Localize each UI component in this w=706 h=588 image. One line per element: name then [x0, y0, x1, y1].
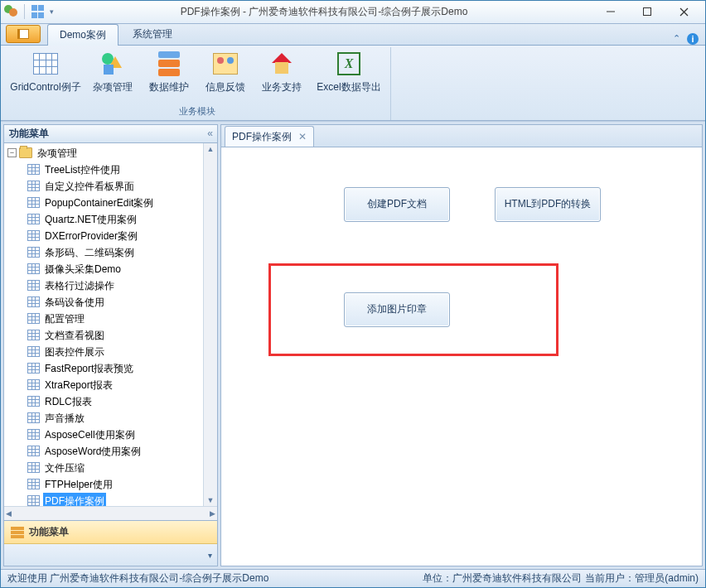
- grid-icon: [27, 313, 40, 324]
- tree-item[interactable]: FTPHelper使用: [27, 476, 217, 493]
- grid-icon: [27, 446, 40, 456]
- workspace: 功能菜单 « − 杂项管理 TreeList控件使用自定义控件看板界面Popup…: [1, 121, 705, 569]
- tree-item[interactable]: 文件压缩: [27, 460, 217, 476]
- ribbon-tab-system[interactable]: 系统管理: [120, 23, 185, 45]
- tree-item[interactable]: XtraReport报表: [27, 377, 217, 393]
- ribbon-item-miscmgr[interactable]: 杂项管理: [85, 47, 140, 104]
- tree-item-label: XtraReport报表: [43, 377, 114, 393]
- ribbon-item-label: 业务支持: [262, 80, 302, 94]
- tree[interactable]: − 杂项管理 TreeList控件使用自定义控件看板界面PopupContain…: [4, 143, 217, 507]
- quick-access-dropdown[interactable]: ▾: [48, 7, 56, 16]
- info-icon[interactable]: i: [687, 33, 699, 45]
- file-button[interactable]: [6, 25, 41, 43]
- svg-rect-1: [644, 8, 651, 16]
- grid-icon: [27, 495, 40, 506]
- data-icon: [158, 51, 180, 76]
- close-icon[interactable]: ✕: [298, 131, 307, 142]
- doc-body: 创建PDF文档 HTML到PDF的转换 添加图片印章: [220, 147, 703, 566]
- status-user: 当前用户：管理员(admin): [585, 571, 699, 586]
- sidebar-title-label: 功能菜单: [9, 127, 49, 141]
- tree-item[interactable]: 条形码、二维码案例: [27, 244, 217, 261]
- tree-item-label: 图表控件展示: [43, 344, 106, 360]
- tree-item-label: TreeList控件使用: [43, 161, 122, 178]
- ribbon-item-label: Excel数据导出: [317, 80, 380, 94]
- ribbon-group-label: 业务模块: [179, 104, 215, 120]
- people-icon: [213, 53, 238, 75]
- tree-item[interactable]: TreeList控件使用: [27, 161, 217, 178]
- tree-root-label: 杂项管理: [36, 145, 79, 161]
- grid-icon: [27, 214, 40, 224]
- minimize-button[interactable]: [592, 1, 629, 22]
- tree-item[interactable]: 文档查看视图: [27, 327, 217, 344]
- ribbon-item-feedback[interactable]: 信息反馈: [198, 47, 253, 104]
- ribbon-group-biz: GridControl例子 杂项管理 数据维护 信息反馈 业务支持 X Exce…: [4, 47, 391, 120]
- maximize-button[interactable]: [629, 1, 665, 22]
- tree-item[interactable]: FastReport报表预览: [27, 360, 217, 377]
- ribbon-item-datamaint[interactable]: 数据维护: [142, 47, 196, 104]
- tree-item[interactable]: DXErrorProvider案例: [27, 228, 217, 244]
- statusbar: 欢迎使用 广州爱奇迪软件科技有限公司-综合例子展示Demo 单位：广州爱奇迪软件…: [1, 569, 705, 587]
- status-unit: 单位：广州爱奇迪软件科技有限公司: [423, 571, 582, 586]
- grid-icon: [27, 330, 40, 340]
- tree-item[interactable]: 声音播放: [27, 410, 217, 427]
- tree-item[interactable]: AsposeCell使用案例: [27, 427, 217, 443]
- ribbon-tab-demo[interactable]: Demo案例: [47, 24, 118, 46]
- quick-access-icon[interactable]: [31, 5, 45, 18]
- tree-item-label: 摄像头采集Demo: [43, 261, 123, 277]
- vertical-scrollbar[interactable]: ▲▼: [203, 143, 217, 507]
- tree-item[interactable]: 摄像头采集Demo: [27, 261, 217, 277]
- grid-icon: [27, 346, 40, 357]
- ribbon-item-gridcontrol[interactable]: GridControl例子: [7, 47, 84, 104]
- tree-item[interactable]: 图表控件展示: [27, 344, 217, 360]
- tree-item-label: 自定义控件看板界面: [43, 178, 136, 195]
- tree-item[interactable]: PDF操作案例: [27, 493, 217, 507]
- tree-item[interactable]: 自定义控件看板界面: [27, 178, 217, 195]
- html-to-pdf-button[interactable]: HTML到PDF的转换: [495, 187, 601, 222]
- grid-icon: [33, 53, 58, 75]
- status-left: 欢迎使用 广州爱奇迪软件科技有限公司-综合例子展示Demo: [7, 571, 268, 586]
- doc-tab-pdf[interactable]: PDF操作案例 ✕: [225, 126, 314, 147]
- grid-icon: [27, 379, 40, 390]
- close-button[interactable]: [665, 1, 702, 22]
- tree-item[interactable]: AsposeWord使用案例: [27, 443, 217, 460]
- tree-item[interactable]: Quartz.NET使用案例: [27, 211, 217, 228]
- expander-icon[interactable]: −: [7, 148, 17, 157]
- tree-item[interactable]: RDLC报表: [27, 393, 217, 410]
- tree-item-label: FastReport报表预览: [43, 360, 135, 377]
- ribbon-item-bizsupport[interactable]: 业务支持: [254, 47, 309, 104]
- grid-icon: [27, 479, 40, 489]
- add-image-stamp-button[interactable]: 添加图片印章: [344, 292, 450, 327]
- button-label: HTML到PDF的转换: [505, 197, 592, 211]
- tree-item[interactable]: 配置管理: [27, 311, 217, 327]
- grid-icon: [27, 412, 40, 423]
- tree-item-label: PDF操作案例: [43, 493, 106, 507]
- ribbon-item-excel[interactable]: X Excel数据导出: [311, 47, 387, 104]
- tree-root-node[interactable]: − 杂项管理: [7, 145, 217, 161]
- create-pdf-button[interactable]: 创建PDF文档: [344, 187, 450, 222]
- tree-item-label: 文件压缩: [43, 460, 86, 476]
- grid-icon: [27, 164, 40, 175]
- doc-tabs: PDF操作案例 ✕: [220, 124, 703, 147]
- excel-icon: X: [337, 52, 360, 75]
- button-label: 创建PDF文档: [367, 197, 427, 211]
- tree-item[interactable]: 表格行过滤操作: [27, 277, 217, 294]
- grid-icon: [27, 296, 40, 307]
- tree-item[interactable]: PopupContainerEdit案例: [27, 195, 217, 211]
- tree-item-label: 条码设备使用: [43, 294, 106, 311]
- sidebar-title: 功能菜单 «: [4, 125, 217, 143]
- sidebar-overflow[interactable]: ▾: [4, 544, 217, 566]
- grid-icon: [27, 363, 40, 374]
- sidebar-navbar-item[interactable]: 功能菜单: [4, 521, 217, 544]
- tree-item-label: AsposeWord使用案例: [43, 443, 143, 460]
- tree-item[interactable]: 条码设备使用: [27, 294, 217, 311]
- sidebar: 功能菜单 « − 杂项管理 TreeList控件使用自定义控件看板界面Popup…: [3, 124, 218, 566]
- house-icon: [270, 53, 293, 75]
- grid-icon: [27, 263, 40, 274]
- grid-icon: [27, 181, 40, 191]
- tree-item-label: 文档查看视图: [43, 327, 106, 344]
- sidebar-collapse-icon[interactable]: «: [207, 128, 212, 139]
- grid-icon: [27, 429, 40, 440]
- horizontal-scrollbar[interactable]: ◀▶: [4, 506, 217, 520]
- tree-item-label: FTPHelper使用: [43, 476, 114, 493]
- ribbon-collapse-icon[interactable]: ⌃: [673, 33, 680, 44]
